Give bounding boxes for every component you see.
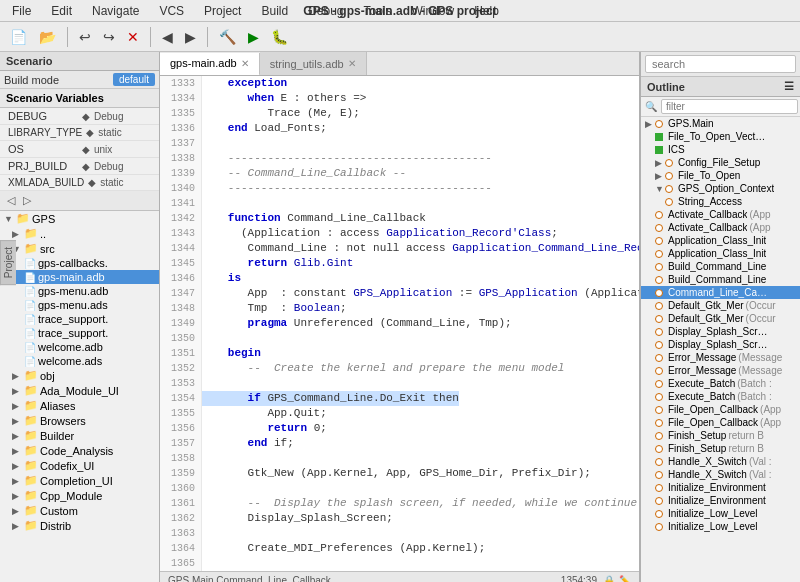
file-icon-trace1: 📄 [24,314,36,325]
stop-button[interactable]: ✕ [123,27,143,47]
run-button[interactable]: ▶ [244,27,263,47]
tree-file-welcome-adb[interactable]: 📄 welcome.adb [0,340,159,354]
line-content: ---------------------------------------- [202,151,492,166]
forward-button[interactable]: ▶ [181,27,200,47]
tree-folder-completion[interactable]: ▶ 📁 Completion_UI [0,473,159,488]
tab-string-utils[interactable]: string_utils.adb ✕ [260,52,367,75]
line-number: 1351 [160,346,202,361]
outline-row[interactable]: ICS [641,143,800,156]
outline-row[interactable]: File_Open_Callback (App [641,403,800,416]
tree-folder-obj[interactable]: ▶ 📁 obj [0,368,159,383]
outline-header: Outline ☰ [641,77,800,97]
menu-file[interactable]: File [8,2,35,20]
build-button[interactable]: 🔨 [215,27,240,47]
outline-row[interactable]: File_To_Open_Vectors [641,130,800,143]
window-title: GPS - gps-main.adb - GPS project [303,4,496,18]
outline-row[interactable]: File_Open_Callback (App [641,416,800,429]
tab-close-string-utils[interactable]: ✕ [348,58,356,69]
outline-row[interactable]: Execute_Batch (Batch : [641,390,800,403]
line-number: 1339 [160,166,202,181]
tree-file-welcome-ads[interactable]: 📄 welcome.ads [0,354,159,368]
outline-row[interactable]: Initialize_Low_Level [641,520,800,533]
line-number: 1362 [160,511,202,526]
outline-filter-input[interactable] [661,99,798,114]
outline-item-icon [655,456,663,467]
outline-row[interactable]: Application_Class_Init [641,234,800,247]
outline-row[interactable]: Finish_Setup return B [641,429,800,442]
tree-folder-aliases[interactable]: ▶ 📁 Aliases [0,398,159,413]
tree-file-callbacks[interactable]: 📄 gps-callbacks. [0,256,159,270]
new-button[interactable]: 📄 [6,27,31,47]
code-line: 1361 -- Display the splash screen, if ne… [160,496,639,511]
menu-build[interactable]: Build [257,2,292,20]
tree-item-src[interactable]: ▼ 📁 src [0,241,159,256]
var-icon-xmlada: ◆ [88,177,96,188]
tab-gps-main[interactable]: gps-main.adb ✕ [160,53,260,76]
outline-row[interactable]: Finish_Setup return B [641,442,800,455]
tree-folder-builder[interactable]: ▶ 📁 Builder [0,428,159,443]
code-editor[interactable]: 1333 exception1334 when E : others =>133… [160,76,639,571]
outline-row[interactable]: Default_Gtk_Mer (Occur [641,299,800,312]
outline-row[interactable]: Activate_Callback (App [641,221,800,234]
tree-label-main: gps-main.adb [38,271,105,283]
outline-row[interactable]: Initialize_Low_Level [641,507,800,520]
outline-row[interactable]: Error_Message (Message [641,351,800,364]
tree-file-trace2[interactable]: 📄 trace_support. [0,326,159,340]
tree-folder-distrib[interactable]: ▶ 📁 Distrib [0,518,159,533]
outline-row[interactable]: Build_Command_Line [641,273,800,286]
outline-row[interactable]: Error_Message (Message [641,364,800,377]
outline-row[interactable]: Display_Splash_Screen [641,338,800,351]
redo-button[interactable]: ↪ [99,27,119,47]
outline-row[interactable]: Command_Line_Callback [641,286,800,299]
tab-close-gps-main[interactable]: ✕ [241,58,249,69]
tree-toolbar: ◁ ▷ [0,191,159,211]
tree-folder-codefix[interactable]: ▶ 📁 Codefix_UI [0,458,159,473]
menu-navigate[interactable]: Navigate [88,2,143,20]
outline-row[interactable]: ▼GPS_Option_Context [641,182,800,195]
outline-filter-icon[interactable]: 🔍 [645,101,657,112]
menu-project[interactable]: Project [200,2,245,20]
tree-file-trace1[interactable]: 📄 trace_support. [0,312,159,326]
tree-expand-btn[interactable]: ▷ [20,193,34,208]
tree-collapse-btn[interactable]: ◁ [4,193,18,208]
outline-row[interactable]: ▶GPS.Main [641,117,800,130]
outline-menu-btn[interactable]: ☰ [784,80,794,93]
outline-row[interactable]: Default_Gtk_Mer (Occur [641,312,800,325]
outline-row[interactable]: Build_Command_Line [641,260,800,273]
back-button[interactable]: ◀ [158,27,177,47]
outline-item-icon [655,222,663,233]
outline-row[interactable]: Initialize_Environment [641,494,800,507]
tree-folder-custom[interactable]: ▶ 📁 Custom [0,503,159,518]
tree-folder-cpp[interactable]: ▶ 📁 Cpp_Module [0,488,159,503]
tree-folder-browsers[interactable]: ▶ 📁 Browsers [0,413,159,428]
outline-row[interactable]: Handle_X_Switch (Val : [641,468,800,481]
outline-row[interactable]: Display_Splash_Screen [641,325,800,338]
build-mode-value[interactable]: default [113,73,155,86]
outline-row[interactable]: Handle_X_Switch (Val : [641,455,800,468]
line-number: 1363 [160,526,202,541]
outline-search-input[interactable] [645,55,796,73]
outline-row[interactable]: ▶File_To_Open [641,169,800,182]
project-panel-tag[interactable]: Project [0,240,16,285]
tree-folder-ada-module[interactable]: ▶ 📁 Ada_Module_UI [0,383,159,398]
outline-row[interactable]: Activate_Callback (App [641,208,800,221]
tree-folder-code-analysis[interactable]: ▶ 📁 Code_Analysis [0,443,159,458]
outline-row[interactable]: Execute_Batch (Batch : [641,377,800,390]
outline-row[interactable]: ▶Config_File_Setup [641,156,800,169]
tree-root-gps[interactable]: ▼ 📁 GPS [0,211,159,226]
outline-row[interactable]: String_Access [641,195,800,208]
tree-file-main[interactable]: 📄 gps-main.adb [0,270,159,284]
tree-arrow-code-analysis: ▶ [12,446,22,456]
code-line: 1333 exception [160,76,639,91]
tree-file-menu-ads[interactable]: 📄 gps-menu.ads [0,298,159,312]
menu-vcs[interactable]: VCS [155,2,188,20]
open-button[interactable]: 📂 [35,27,60,47]
tree-item-dotdot[interactable]: ▶ 📁 .. [0,226,159,241]
debug-button[interactable]: 🐛 [267,27,292,47]
outline-item-label: Activate_Callback [668,222,747,233]
menu-edit[interactable]: Edit [47,2,76,20]
outline-row[interactable]: Initialize_Environment [641,481,800,494]
outline-row[interactable]: Application_Class_Init [641,247,800,260]
undo-button[interactable]: ↩ [75,27,95,47]
tree-file-menu-adb[interactable]: 📄 gps-menu.adb [0,284,159,298]
